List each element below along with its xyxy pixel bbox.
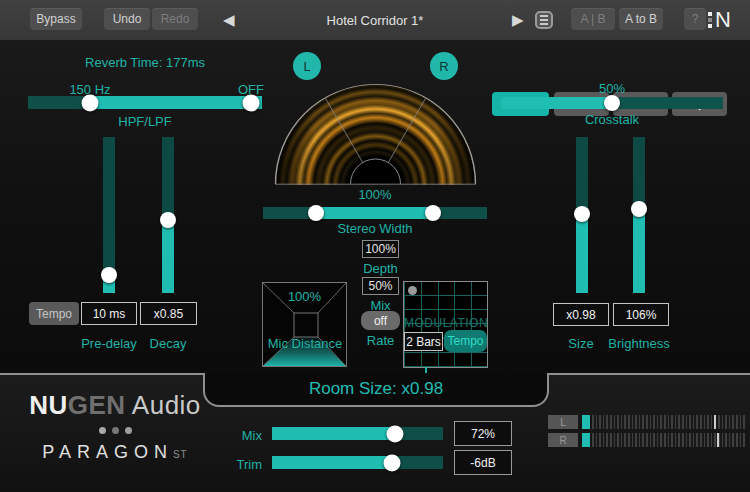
brand-block: NUGEN Audio PARAGONST [20, 390, 210, 463]
meter-right-bar [582, 433, 745, 447]
main-panel: Reverb Time: 177ms 150 Hz OFF HPF/LPF Te… [0, 40, 750, 373]
size-fader[interactable] [576, 137, 588, 293]
meter-left-label: L [548, 415, 578, 429]
top-toolbar: Bypass Undo Redo ◀ Hotel Corridor 1* ▶ A… [0, 0, 750, 40]
redo-button[interactable]: Redo [152, 8, 198, 30]
hpf-lpf-label: HPF/LPF [30, 114, 260, 129]
crosstalk-handle[interactable] [604, 95, 620, 111]
predelay-handle[interactable] [101, 267, 117, 283]
mic-distance-label: Mic Distance [255, 336, 355, 351]
rate-bars-box[interactable]: 2 Bars [404, 332, 443, 351]
predelay-tempo-toggle[interactable]: Tempo [29, 302, 79, 325]
trim-handle[interactable] [384, 454, 401, 471]
meter-right-label: R [548, 433, 578, 447]
predelay-fader[interactable] [103, 137, 115, 293]
mix-handle[interactable] [387, 425, 404, 442]
reverb-time-readout: Reverb Time: 177ms [30, 55, 260, 70]
brightness-label: Brightness [599, 336, 679, 351]
nugen-logo: N [708, 8, 731, 32]
size-value-box[interactable]: x0.98 [553, 303, 609, 326]
mic-distance-value: 100% [263, 289, 346, 304]
stereo-width-value: 100% [275, 187, 475, 202]
left-channel-button[interactable]: L [293, 52, 321, 80]
decay-fader[interactable] [162, 137, 174, 293]
radar-overlay [274, 84, 477, 185]
a-to-b-button[interactable]: A to B [619, 8, 663, 30]
stereo-width-slider[interactable] [263, 207, 487, 219]
brightness-value-box[interactable]: 106% [613, 303, 669, 326]
meter-left-bar [582, 415, 745, 429]
next-preset-icon[interactable]: ▶ [512, 0, 524, 40]
hpf-handle[interactable] [82, 94, 99, 111]
depth-value-box[interactable]: 100% [362, 240, 399, 258]
predelay-value-box[interactable]: 10 ms [81, 302, 137, 325]
trim-label: Trim [212, 457, 262, 472]
decay-label: Decay [128, 336, 208, 351]
crosstalk-slider[interactable] [501, 97, 723, 109]
trim-slider[interactable] [272, 456, 443, 469]
rate-label: Rate [352, 333, 409, 348]
undo-button[interactable]: Undo [104, 8, 150, 30]
decay-value-box[interactable]: x0.85 [140, 302, 197, 325]
previous-preset-icon[interactable]: ◀ [223, 0, 235, 40]
right-channel-button[interactable]: R [430, 52, 458, 80]
product-wordmark: PARAGONST [20, 442, 210, 463]
hpf-lpf-slider[interactable] [28, 96, 262, 109]
bypass-button[interactable]: Bypass [30, 8, 82, 30]
modulation-point[interactable] [408, 286, 417, 295]
mix-value-box[interactable]: 72% [454, 421, 512, 446]
room-size-bar: Room Size: x0.98 [203, 373, 549, 407]
mix-label: Mix [212, 428, 262, 443]
meter-left-peak [714, 415, 716, 429]
stereo-width-label: Stereo Width [275, 221, 475, 236]
preset-title: Hotel Corridor 1* [260, 0, 490, 40]
size-handle[interactable] [574, 206, 590, 222]
paragon-plugin-window: Bypass Undo Redo ◀ Hotel Corridor 1* ▶ A… [0, 0, 750, 492]
crosstalk-label: Crosstalk [552, 112, 672, 127]
brand-dots [20, 427, 210, 434]
brightness-fader[interactable] [633, 137, 645, 293]
stereo-width-left-handle[interactable] [308, 205, 324, 221]
depth-label: Depth [352, 261, 409, 276]
modulation-grid[interactable]: MODULATION [403, 281, 488, 368]
room-size-readout: Room Size: x0.98 [309, 379, 443, 399]
mix-slider[interactable] [272, 427, 443, 440]
preset-menu-icon[interactable] [535, 11, 553, 29]
reverb-radar-display [274, 84, 477, 185]
brightness-handle[interactable] [631, 201, 647, 217]
trim-value-box[interactable]: -6dB [454, 450, 512, 475]
decay-handle[interactable] [160, 212, 176, 228]
help-button[interactable]: ? [684, 8, 706, 30]
lpf-handle[interactable] [243, 94, 260, 111]
mic-distance-display[interactable]: 100% [262, 282, 347, 367]
stereo-width-right-handle[interactable] [425, 205, 441, 221]
mod-mix-value-box[interactable]: 50% [362, 277, 399, 295]
ab-compare-button[interactable]: A | B [571, 8, 615, 30]
nugen-audio-wordmark: NUGEN Audio [20, 390, 210, 421]
meter-right-peak [717, 433, 719, 447]
rate-off-button[interactable]: off [361, 311, 400, 330]
crosstalk-value: 50% [552, 81, 672, 96]
mod-tempo-toggle[interactable]: Tempo [444, 330, 487, 352]
modulation-title: MODULATION [404, 316, 487, 330]
